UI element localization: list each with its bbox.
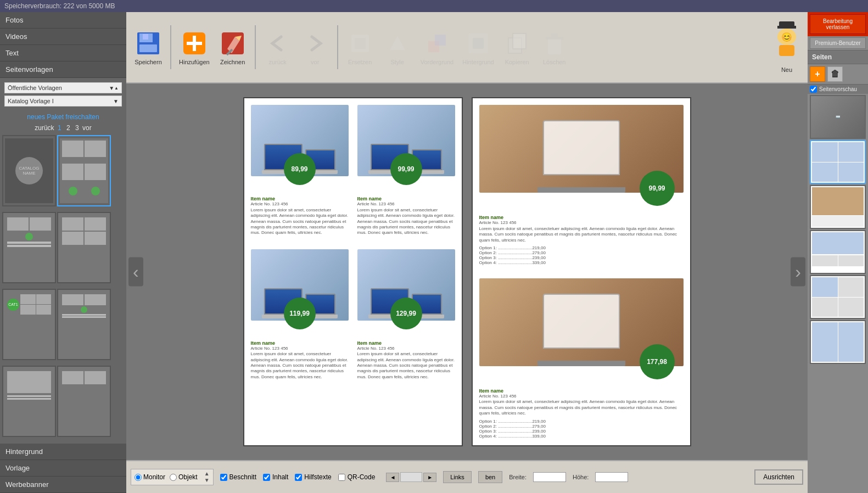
- add-page-button[interactable]: +: [810, 66, 825, 82]
- right-product-1: 99,99 Item name Article No. 123 456 Lore…: [479, 105, 684, 265]
- delete-button[interactable]: Löschen: [537, 27, 572, 68]
- template-thumb-2[interactable]: [57, 135, 111, 206]
- back-label: zurück: [268, 59, 286, 65]
- nav-right-btn[interactable]: ►: [423, 473, 436, 482]
- public-templates-dropdown[interactable]: Öffentliche Vorlagen ▼ ▲: [4, 82, 122, 93]
- background-icon: [464, 29, 492, 58]
- links-button[interactable]: Links: [443, 471, 472, 483]
- sidebar-item-vorlage[interactable]: Vorlage: [0, 460, 126, 477]
- svg-rect-12: [435, 35, 446, 46]
- save-icon: [134, 29, 163, 58]
- template-thumb-5[interactable]: CAT1: [2, 289, 56, 360]
- sidebar-item-hintergrund[interactable]: Hintergrund: [0, 444, 126, 460]
- product-item-2: 99,99 Item name Article No. 123 456 Lore…: [357, 105, 455, 236]
- monitor-radio-label[interactable]: Monitor: [135, 473, 165, 481]
- hoehe-input[interactable]: [595, 472, 628, 482]
- template-thumb-3[interactable]: [2, 212, 56, 283]
- product-item-1: 89,99 Item name Article No. 123 456 Lore…: [251, 105, 349, 236]
- hoehe-label: Höhe:: [573, 474, 589, 480]
- ausrichten-button[interactable]: Ausrichten: [754, 469, 803, 485]
- page-add-delete: + 🗑: [808, 64, 868, 85]
- price-badge-2: 99,99: [390, 153, 422, 185]
- template-thumb-6[interactable]: [57, 289, 111, 360]
- background-label: Hintergrund: [462, 59, 494, 65]
- item-article-2: Article No. 123 456: [357, 201, 455, 207]
- sidebar-item-fotos[interactable]: Fotos: [0, 12, 126, 29]
- delete-label: Löschen: [543, 59, 566, 65]
- forward-button[interactable]: vor: [298, 27, 333, 68]
- save-button[interactable]: Speichern: [131, 27, 166, 68]
- page-back[interactable]: zurück: [35, 124, 54, 132]
- copy-icon: [503, 29, 531, 58]
- copy-button[interactable]: Kopieren: [500, 27, 535, 68]
- objekt-radio[interactable]: [170, 474, 177, 481]
- item-name-2: Item name: [357, 196, 455, 201]
- draw-button[interactable]: Zeichnen: [215, 27, 250, 68]
- add-icon: [180, 29, 209, 58]
- beschnitt-group: Beschnitt: [220, 473, 256, 481]
- add-button[interactable]: Hinzufügen: [176, 27, 213, 68]
- qrcode-checkbox[interactable]: [338, 474, 345, 481]
- eben-button[interactable]: ben: [478, 471, 502, 483]
- foreground-button[interactable]: Vordergrund: [417, 27, 457, 68]
- sidebar-bottom: Hintergrund Vorlage Werbebanner: [0, 444, 126, 493]
- replace-button[interactable]: Ersetzen: [343, 27, 378, 68]
- page-nav-left[interactable]: ‹: [128, 257, 143, 287]
- premium-button[interactable]: Premium-Benutzer: [810, 37, 866, 49]
- page-thumb-1[interactable]: ⌨️: [810, 95, 866, 139]
- template-thumb-4[interactable]: [57, 212, 111, 283]
- page-3[interactable]: 3: [75, 124, 79, 132]
- sidebar-item-werbebanner[interactable]: Werbebanner: [0, 477, 126, 493]
- background-button[interactable]: Hintergrund: [459, 27, 497, 68]
- template-thumb-8[interactable]: [57, 366, 111, 437]
- page-thumb-2[interactable]: [810, 140, 866, 184]
- back-button[interactable]: zurück: [260, 27, 295, 68]
- sidebar-item-text[interactable]: Text: [0, 45, 126, 61]
- preview-checkbox[interactable]: [810, 86, 817, 93]
- item-article-3: Article No. 123 456: [251, 346, 349, 351]
- sidebar-item-seitenvorlagen[interactable]: Seitenvorlagen: [0, 61, 126, 78]
- style-button[interactable]: Style: [380, 27, 415, 68]
- objekt-radio-label[interactable]: Objekt: [170, 473, 198, 481]
- page-1[interactable]: 1: [58, 124, 61, 132]
- inhalt-checkbox[interactable]: [263, 474, 270, 481]
- scroll-up-btn[interactable]: ▲: [204, 470, 210, 477]
- scroll-down-btn[interactable]: ▼: [204, 477, 210, 484]
- new-package-link[interactable]: neues Paket freischalten: [0, 111, 126, 123]
- template-thumb-7[interactable]: [2, 366, 56, 437]
- page-thumb-5[interactable]: [810, 275, 866, 319]
- price-badge-1: 89,99: [284, 153, 316, 185]
- left-sidebar: Fotos Videos Text Seitenvorlagen Öffentl…: [0, 12, 126, 493]
- hilfstexte-checkbox[interactable]: [295, 474, 302, 481]
- monitor-radio[interactable]: [135, 474, 142, 481]
- page-position-input[interactable]: [400, 472, 422, 482]
- page-2[interactable]: 2: [66, 124, 70, 132]
- product-item-4: 129,99 Item name Article No. 123 456 Lor…: [357, 245, 455, 380]
- beschnitt-checkbox[interactable]: [220, 474, 227, 481]
- canvas-pages: 89,99 Item name Article No. 123 456 Lore…: [232, 86, 702, 457]
- replace-label: Ersetzen: [348, 59, 372, 65]
- sidebar-item-videos[interactable]: Videos: [0, 29, 126, 45]
- catalog-page-2[interactable]: 99,99 Item name Article No. 123 456 Lore…: [472, 97, 691, 446]
- price-badge-right-1: 99,99: [640, 171, 675, 206]
- exit-button[interactable]: Bearbeitung verlassen: [810, 14, 866, 34]
- delete-icon: [540, 29, 569, 58]
- page-thumb-4[interactable]: [810, 230, 866, 274]
- pages-header: Seiten: [808, 51, 868, 64]
- svg-rect-3: [139, 44, 157, 52]
- draw-label: Zeichnen: [220, 59, 245, 65]
- template-thumb-1[interactable]: CATALOGNAME: [2, 135, 56, 206]
- page-thumb-3[interactable]: [810, 185, 866, 229]
- delete-page-button[interactable]: 🗑: [827, 66, 843, 82]
- page-thumb-6[interactable]: [810, 320, 866, 364]
- page-nav-right[interactable]: ›: [791, 257, 805, 287]
- page-forward[interactable]: vor: [82, 124, 92, 132]
- nav-left-btn[interactable]: ◄: [386, 473, 399, 482]
- breite-input[interactable]: [533, 472, 566, 482]
- center-area: Speichern Hinzufügen: [126, 12, 808, 493]
- item-desc-3: Lorem ipsum dolor sit amet, consectetuer…: [251, 351, 349, 380]
- catalog-page-1[interactable]: 89,99 Item name Article No. 123 456 Lore…: [243, 97, 463, 446]
- scroll-up-icon[interactable]: ▲: [114, 86, 119, 91]
- catalog-template-dropdown[interactable]: Katalog Vorlage I ▼: [4, 96, 122, 107]
- forward-label: vor: [311, 59, 319, 65]
